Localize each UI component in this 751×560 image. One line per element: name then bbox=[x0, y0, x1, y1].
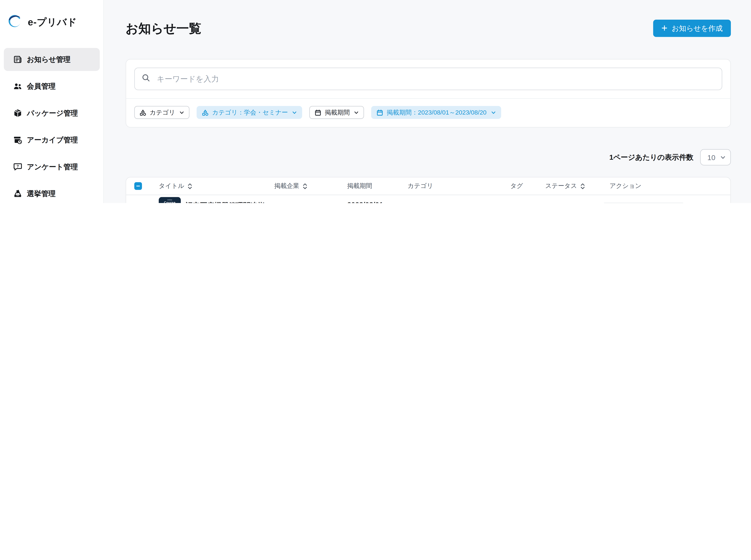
sort-icon[interactable] bbox=[303, 182, 308, 189]
filter-chip-label: 掲載期間 bbox=[325, 108, 350, 117]
sidebar-item[interactable]: アーカイブ管理 bbox=[4, 128, 100, 152]
search-box bbox=[134, 67, 722, 90]
sort-icon[interactable] bbox=[580, 182, 585, 189]
sort-icon[interactable] bbox=[187, 182, 193, 189]
announcement-table: タイトル 掲載企業 掲載期間 カテゴリ タグ ステータス アクション Onlin bbox=[126, 177, 731, 203]
sidebar-nav: お知らせ管理 会員管理 パッケージ管理 アーカイブ管理 ? アンケート管理 選挙… bbox=[0, 48, 104, 203]
survey-icon: ? bbox=[13, 162, 22, 172]
col-status: ステータス bbox=[545, 182, 577, 191]
per-page-label: 1ページあたりの表示件数 bbox=[609, 153, 693, 162]
row-period: 2023/08/01 ～2023/08/12 bbox=[347, 199, 408, 203]
brand-name: e-プリバド bbox=[28, 16, 77, 28]
select-all-checkbox[interactable] bbox=[134, 182, 142, 190]
search-input[interactable] bbox=[156, 74, 715, 84]
calendar-icon bbox=[377, 109, 383, 116]
calendar-icon bbox=[315, 109, 322, 116]
col-period: 掲載期間 bbox=[347, 182, 372, 191]
filter-chip-label: カテゴリ bbox=[150, 108, 175, 117]
sidebar: e-プリバド お知らせ管理 会員管理 パッケージ管理 アーカイブ管理 ? アンケ… bbox=[0, 0, 104, 203]
filter-chip-label: 掲載期間：2023/08/01～2023/08/20 bbox=[387, 108, 487, 117]
sidebar-item-label: アーカイブ管理 bbox=[27, 135, 78, 144]
main-content: お知らせ一覧 お知らせを作成 カテゴリ bbox=[104, 0, 751, 203]
brand: e-プリバド bbox=[0, 0, 104, 32]
package-icon bbox=[13, 108, 22, 118]
sidebar-item-label: お知らせ管理 bbox=[27, 55, 71, 64]
sidebar-item[interactable]: パッケージ管理 bbox=[4, 102, 100, 125]
table-header: タイトル 掲載企業 掲載期間 カテゴリ タグ ステータス アクション bbox=[126, 177, 730, 195]
table-row: Online Course 不整脈治療関連指定講習会 WATCH NOW 202… bbox=[126, 195, 730, 203]
sidebar-item[interactable]: 選挙管理 bbox=[4, 182, 100, 203]
sidebar-item[interactable]: ? アンケート管理 bbox=[4, 155, 100, 178]
sidebar-item[interactable]: お知らせ管理 bbox=[4, 48, 100, 71]
sidebar-item-label: パッケージ管理 bbox=[27, 108, 78, 118]
sidebar-item-label: アンケート管理 bbox=[27, 162, 78, 172]
category-icon bbox=[202, 109, 209, 116]
search-icon bbox=[141, 73, 151, 84]
col-category: カテゴリ bbox=[408, 182, 433, 191]
brand-logo-icon bbox=[6, 13, 23, 32]
members-icon bbox=[13, 81, 22, 91]
filter-chip[interactable]: カテゴリ：学会・セミナー bbox=[197, 106, 302, 119]
chevron-down-icon bbox=[720, 153, 726, 161]
create-announcement-button[interactable]: お知らせを作成 bbox=[653, 20, 731, 37]
row-title: 認定医療機器管理関連指定講習会(2023/8) bbox=[186, 201, 274, 203]
table-body: Online Course 不整脈治療関連指定講習会 WATCH NOW 202… bbox=[126, 195, 730, 203]
filter-chip[interactable]: カテゴリ bbox=[134, 106, 190, 119]
sidebar-item-label: 選挙管理 bbox=[27, 189, 56, 198]
col-tag: タグ bbox=[510, 182, 523, 191]
col-title: タイトル bbox=[159, 182, 184, 191]
plus-icon bbox=[661, 24, 667, 32]
svg-text:?: ? bbox=[17, 164, 19, 168]
category-icon bbox=[140, 109, 146, 116]
filter-chip[interactable]: 掲載期間 bbox=[310, 106, 364, 119]
filter-row: カテゴリ カテゴリ：学会・セミナー 掲載期間 掲載期間：2023/08/01～2… bbox=[126, 98, 730, 127]
sidebar-item-label: 会員管理 bbox=[27, 82, 56, 91]
create-button-label: お知らせを作成 bbox=[672, 24, 723, 33]
view-announcement-button[interactable]: 公開されたお知らせを見る bbox=[602, 203, 686, 203]
filter-chip[interactable]: 掲載期間：2023/08/01～2023/08/20 bbox=[371, 106, 501, 119]
filter-chip-label: カテゴリ：学会・セミナー bbox=[212, 108, 288, 117]
per-page-select[interactable]: 10 bbox=[700, 149, 731, 165]
col-company: 掲載企業 bbox=[274, 182, 299, 191]
col-action: アクション bbox=[610, 182, 641, 191]
app-window: e-プリバド お知らせ管理 会員管理 パッケージ管理 アーカイブ管理 ? アンケ… bbox=[0, 0, 751, 203]
per-page-value: 10 bbox=[707, 153, 715, 161]
row-thumbnail: Online Course 不整脈治療関連指定講習会 WATCH NOW 202… bbox=[159, 197, 181, 203]
search-filter-card: カテゴリ カテゴリ：学会・セミナー 掲載期間 掲載期間：2023/08/01～2… bbox=[126, 59, 731, 127]
news-icon bbox=[13, 55, 22, 64]
archive-icon bbox=[13, 135, 22, 145]
chevron-down-icon bbox=[491, 110, 496, 115]
vote-icon bbox=[13, 189, 22, 199]
sidebar-item[interactable]: 会員管理 bbox=[4, 75, 100, 98]
chevron-down-icon bbox=[179, 110, 184, 115]
chevron-down-icon bbox=[354, 110, 359, 115]
page-title: お知らせ一覧 bbox=[126, 20, 201, 37]
chevron-down-icon bbox=[292, 110, 297, 115]
